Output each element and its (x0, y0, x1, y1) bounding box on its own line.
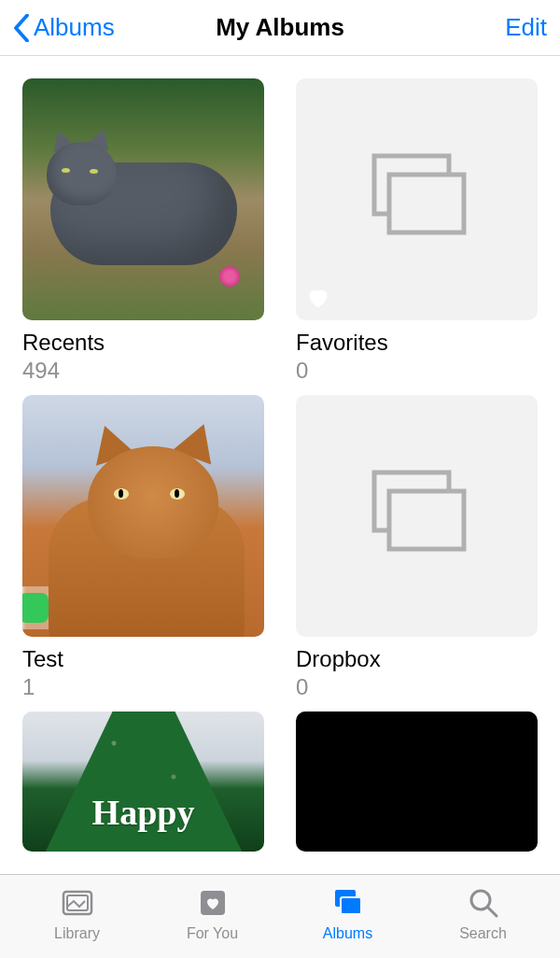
empty-album-icon (361, 465, 473, 568)
tab-for-you[interactable]: For You (145, 884, 280, 942)
svg-rect-8 (341, 897, 361, 914)
albums-scroll-area[interactable]: Recents 494 Favorites 0 (0, 56, 560, 874)
album-count: 0 (296, 674, 538, 700)
tab-search[interactable]: Search (415, 884, 551, 942)
albums-icon (329, 884, 367, 922)
back-label: Albums (34, 13, 115, 42)
overlay-text: Happy (92, 792, 195, 833)
search-icon (465, 884, 502, 922)
album-dropbox[interactable]: Dropbox 0 (296, 395, 538, 700)
svg-rect-3 (389, 491, 464, 549)
tab-label: Library (54, 925, 100, 942)
tab-label: Search (459, 925, 507, 942)
album-thumbnail (296, 395, 538, 637)
empty-album-icon (361, 148, 473, 251)
album-thumbnail (296, 711, 538, 852)
album-thumbnail (22, 395, 264, 637)
album-title: Dropbox (296, 646, 538, 672)
album-title: Recents (22, 330, 264, 356)
album-favorites[interactable]: Favorites 0 (296, 78, 538, 384)
album-test[interactable]: Test 1 (22, 395, 264, 700)
tab-label: For You (187, 925, 238, 942)
library-icon (59, 884, 96, 922)
albums-grid: Recents 494 Favorites 0 (22, 78, 538, 852)
svg-rect-1 (389, 175, 464, 232)
album-recents[interactable]: Recents 494 (22, 78, 264, 384)
tab-label: Albums (323, 925, 372, 942)
album-title: Favorites (296, 330, 538, 356)
back-button[interactable]: Albums (13, 13, 115, 42)
album-title: Test (22, 646, 264, 672)
album-count: 1 (22, 674, 264, 700)
album-count: 494 (22, 358, 264, 384)
album-thumbnail (296, 78, 538, 320)
album-thumbnail (22, 78, 264, 320)
for-you-icon (194, 884, 231, 922)
tab-library[interactable]: Library (9, 884, 145, 942)
heart-icon (305, 285, 331, 311)
album-thumbnail: Happy (22, 711, 264, 852)
album-item[interactable] (296, 711, 538, 852)
tab-bar: Library For You Albums Search (0, 874, 560, 958)
album-item[interactable]: Happy (22, 711, 264, 852)
album-count: 0 (296, 358, 538, 384)
edit-button[interactable]: Edit (505, 13, 547, 42)
tab-albums[interactable]: Albums (280, 884, 415, 942)
navigation-bar: Albums My Albums Edit (0, 0, 560, 56)
svg-line-10 (488, 908, 497, 916)
chevron-left-icon (13, 14, 30, 42)
